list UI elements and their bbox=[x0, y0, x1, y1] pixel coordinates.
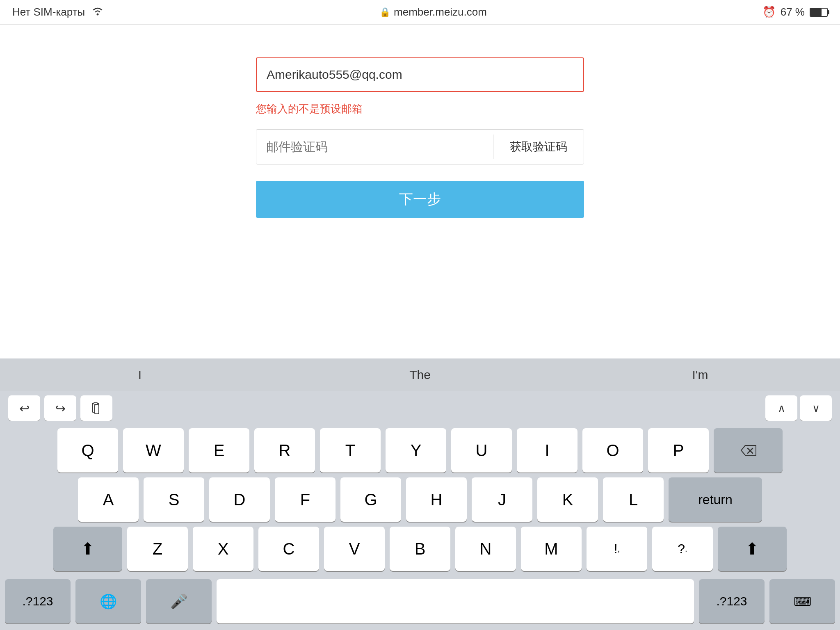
shift-right-button[interactable]: ⬆ bbox=[718, 527, 787, 571]
battery-percent: 67 % bbox=[781, 6, 805, 18]
key-exclaim[interactable]: !, bbox=[587, 527, 647, 571]
verify-code-input[interactable] bbox=[256, 130, 493, 164]
key-S[interactable]: S bbox=[144, 477, 204, 522]
verify-row: 获取验证码 bbox=[256, 129, 584, 164]
key-N[interactable]: N bbox=[455, 527, 516, 571]
key-R[interactable]: R bbox=[254, 428, 315, 472]
svg-point-0 bbox=[97, 14, 99, 16]
arrow-up-button[interactable]: ∧ bbox=[765, 395, 797, 421]
status-left: Нет SIM-карты bbox=[12, 6, 104, 18]
get-verify-code-button[interactable]: 获取验证码 bbox=[493, 130, 584, 164]
next-step-button[interactable]: 下一步 bbox=[256, 181, 584, 218]
key-W[interactable]: W bbox=[123, 428, 184, 472]
mic-button[interactable]: 🎤 bbox=[146, 579, 212, 623]
key-row-2: A S D F G H J K L return bbox=[5, 477, 835, 522]
key-L[interactable]: L bbox=[603, 477, 664, 522]
toolbar-row: ↩ ↪ ∧ ∨ bbox=[0, 391, 840, 425]
status-center: 🔒 member.meizu.com bbox=[379, 6, 487, 18]
key-M[interactable]: M bbox=[521, 527, 582, 571]
key-K[interactable]: K bbox=[537, 477, 598, 522]
lock-icon: 🔒 bbox=[379, 7, 390, 18]
undo-button[interactable]: ↩ bbox=[8, 395, 40, 421]
num-button[interactable]: .?123 bbox=[5, 579, 71, 623]
key-O[interactable]: O bbox=[582, 428, 643, 472]
keyboard: I The I'm ↩ ↪ ∧ ∨ Q W E R T Y U bbox=[0, 358, 840, 630]
key-X[interactable]: X bbox=[193, 527, 253, 571]
suggestion-I[interactable]: I bbox=[0, 358, 280, 391]
key-V[interactable]: V bbox=[324, 527, 385, 571]
email-input[interactable] bbox=[256, 57, 584, 92]
key-row-1: Q W E R T Y U I O P bbox=[5, 428, 835, 472]
key-T[interactable]: T bbox=[320, 428, 381, 472]
key-J[interactable]: J bbox=[472, 477, 532, 522]
key-P[interactable]: P bbox=[648, 428, 709, 472]
return-button[interactable]: return bbox=[669, 477, 762, 522]
key-H[interactable]: H bbox=[406, 477, 467, 522]
key-Z[interactable]: Z bbox=[127, 527, 188, 571]
key-Q[interactable]: Q bbox=[57, 428, 118, 472]
suggestion-Im[interactable]: I'm bbox=[560, 358, 840, 391]
key-U[interactable]: U bbox=[451, 428, 512, 472]
shift-left-button[interactable]: ⬆ bbox=[53, 527, 122, 571]
key-E[interactable]: E bbox=[189, 428, 249, 472]
bottom-row: .?123 🌐 🎤 .?123 ⌨ bbox=[0, 576, 840, 630]
key-F[interactable]: F bbox=[275, 477, 336, 522]
error-message: 您输入的不是预设邮箱 bbox=[256, 102, 584, 116]
keys-section: Q W E R T Y U I O P A S D F G bbox=[0, 425, 840, 571]
email-input-wrapper bbox=[256, 57, 584, 92]
key-B[interactable]: B bbox=[390, 527, 450, 571]
key-C[interactable]: C bbox=[258, 527, 319, 571]
key-I[interactable]: I bbox=[517, 428, 578, 472]
period-num-button[interactable]: .?123 bbox=[699, 579, 765, 623]
url-label: member.meizu.com bbox=[394, 6, 487, 18]
key-row-3: ⬆ Z X C V B N M !, ?. ⬆ bbox=[5, 527, 835, 571]
battery-icon bbox=[810, 8, 828, 17]
main-content: 您输入的不是预设邮箱 获取验证码 下一步 bbox=[0, 25, 840, 251]
suggestions-bar: I The I'm bbox=[0, 358, 840, 391]
svg-rect-3 bbox=[95, 405, 99, 414]
alarm-icon: ⏰ bbox=[762, 6, 776, 18]
status-right: ⏰ 67 % bbox=[762, 6, 828, 18]
suggestion-The[interactable]: The bbox=[280, 358, 560, 391]
key-Y[interactable]: Y bbox=[386, 428, 446, 472]
key-D[interactable]: D bbox=[209, 477, 270, 522]
backspace-button[interactable] bbox=[714, 428, 783, 472]
globe-button[interactable]: 🌐 bbox=[75, 579, 141, 623]
wifi-icon bbox=[91, 6, 104, 18]
toolbar-arrows: ∧ ∨ bbox=[765, 395, 832, 421]
svg-rect-2 bbox=[94, 402, 97, 404]
keyboard-dismiss-button[interactable]: ⌨ bbox=[769, 579, 835, 623]
key-A[interactable]: A bbox=[78, 477, 139, 522]
paste-button[interactable] bbox=[80, 395, 112, 421]
no-sim-label: Нет SIM-карты bbox=[12, 6, 85, 18]
key-question[interactable]: ?. bbox=[652, 527, 713, 571]
key-G[interactable]: G bbox=[340, 477, 401, 522]
space-button[interactable] bbox=[217, 579, 694, 623]
status-bar: Нет SIM-карты 🔒 member.meizu.com ⏰ 67 % bbox=[0, 0, 840, 25]
redo-button[interactable]: ↪ bbox=[44, 395, 76, 421]
arrow-down-button[interactable]: ∨ bbox=[800, 395, 832, 421]
